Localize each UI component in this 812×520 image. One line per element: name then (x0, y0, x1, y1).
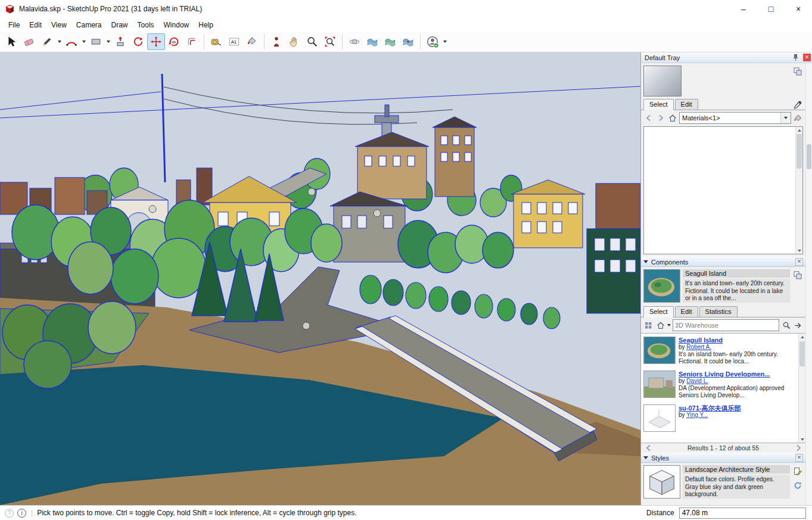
chevron-down-icon[interactable] (667, 324, 671, 326)
maximize-button[interactable]: □ (757, 0, 785, 18)
secondary-pane-icon[interactable] (792, 66, 803, 76)
style-edit-icon[interactable] (792, 466, 803, 476)
account-dropdown[interactable] (441, 33, 448, 50)
tool-eraser-button[interactable] (20, 33, 38, 50)
scrollbar-thumb[interactable] (799, 341, 805, 366)
materials-list-scrollbar[interactable] (795, 127, 802, 254)
tool-sandbox-from-scratch-button[interactable] (381, 33, 399, 50)
list-item[interactable]: Seniors Living Developmen... by David L.… (641, 368, 798, 401)
tool-select-button[interactable] (2, 33, 20, 50)
tool-zoom-extents-button[interactable] (321, 33, 339, 50)
scroll-up-icon[interactable] (799, 334, 805, 340)
menu-edit[interactable]: Edit (24, 19, 46, 31)
tool-rotate-button[interactable] (165, 33, 183, 50)
tool-orbit-button[interactable] (346, 33, 363, 50)
tool-rectangle-button[interactable] (87, 33, 105, 50)
tool-follow-me-button[interactable] (129, 33, 147, 50)
measurement-input[interactable] (679, 507, 806, 519)
secondary-pane-icon[interactable] (792, 270, 803, 280)
tool-zoom-button[interactable] (303, 33, 321, 50)
arc-dropdown[interactable] (80, 33, 87, 50)
scroll-down-icon[interactable] (796, 247, 802, 254)
list-item[interactable]: Seagull Island by Robert A. It's an isla… (641, 334, 798, 368)
menu-window[interactable]: Window (159, 19, 194, 31)
tool-offset-button[interactable] (183, 33, 201, 50)
components-section-header[interactable]: Components ✕ (641, 257, 805, 267)
result-author-link[interactable]: Ying Y... (686, 412, 708, 418)
menu-draw[interactable]: Draw (107, 19, 133, 31)
geolocation-help-icon[interactable]: ? (5, 509, 14, 518)
eyedropper-icon[interactable] (792, 99, 803, 110)
components-tab-statistics[interactable]: Statistics (699, 306, 738, 317)
result-thumbnail[interactable] (643, 370, 676, 398)
result-link[interactable]: Seniors Living Developmen... (679, 370, 797, 378)
scroll-down-icon[interactable] (799, 436, 805, 443)
rectangle-dropdown[interactable] (105, 33, 111, 50)
model-viewport[interactable] (0, 52, 640, 505)
result-author-link[interactable]: David L. (686, 378, 708, 384)
result-thumbnail[interactable] (643, 337, 676, 364)
materials-tab-edit[interactable]: Edit (675, 99, 698, 110)
tool-tape-measure-button[interactable] (207, 33, 225, 50)
scrollbar-thumb[interactable] (797, 134, 802, 169)
components-tab-select[interactable]: Select (643, 306, 674, 317)
minimize-button[interactable]: – (730, 0, 757, 18)
tool-move-button[interactable] (147, 33, 165, 50)
scroll-up-icon[interactable] (796, 127, 802, 133)
line-dropdown[interactable] (56, 33, 63, 50)
close-button[interactable]: × (785, 0, 812, 18)
home-icon[interactable] (667, 113, 677, 123)
results-next-icon[interactable] (793, 443, 803, 453)
tool-text-button[interactable]: A1 (225, 33, 243, 50)
gray-house[interactable] (330, 192, 407, 262)
list-item[interactable]: su-071-高尔夫俱乐部 by Ying Y... (641, 401, 798, 434)
materials-tab-select[interactable]: Select (643, 99, 674, 110)
info-icon[interactable]: i (17, 509, 26, 518)
component-preview-thumbnail[interactable] (643, 269, 680, 303)
search-icon[interactable] (781, 320, 791, 331)
pin-icon[interactable] (790, 52, 801, 63)
menu-view[interactable]: View (46, 19, 71, 31)
tool-push-pull-button[interactable] (111, 33, 129, 50)
results-scrollbar[interactable] (798, 334, 805, 443)
viewport-scene[interactable] (0, 52, 640, 505)
collapse-triangle-icon[interactable] (643, 456, 648, 459)
style-preview-thumbnail[interactable] (643, 465, 680, 499)
styles-close-icon[interactable]: ✕ (795, 454, 803, 462)
collapse-triangle-icon[interactable] (643, 260, 648, 263)
tool-arc-button[interactable] (63, 33, 80, 50)
tool-position-camera-button[interactable] (267, 33, 285, 50)
paint-bucket-small-icon[interactable] (793, 113, 803, 123)
result-thumbnail[interactable] (643, 404, 676, 432)
material-preview-thumbnail[interactable] (643, 66, 682, 96)
view-options-icon[interactable] (643, 320, 654, 331)
results-prev-icon[interactable] (643, 443, 654, 453)
menu-camera[interactable]: Camera (71, 19, 107, 31)
styles-section-header[interactable]: Styles ✕ (641, 453, 805, 463)
style-refresh-icon[interactable] (792, 480, 803, 490)
result-link[interactable]: su-071-高尔夫俱乐部 (679, 404, 797, 412)
menu-help[interactable]: Help (194, 19, 218, 31)
tool-sandbox-smoove-button[interactable] (399, 33, 417, 50)
tray-scrollbar-thumb[interactable] (807, 144, 811, 169)
tray-close-button[interactable]: ✕ (803, 54, 811, 61)
tool-paint-bucket-button[interactable] (243, 33, 261, 50)
menu-tools[interactable]: Tools (133, 19, 159, 31)
forward-icon[interactable] (655, 113, 665, 123)
link-arrow-icon[interactable] (793, 320, 803, 331)
result-link[interactable]: Seagull Island (679, 337, 797, 344)
account-button[interactable] (424, 33, 441, 50)
warehouse-search-input[interactable] (673, 319, 779, 331)
home-icon[interactable] (655, 320, 665, 331)
tool-pan-button[interactable] (285, 33, 303, 50)
tool-sandbox-from-contours-button[interactable] (363, 33, 381, 50)
materials-collection-dropdown[interactable]: Materials<1> (679, 112, 791, 124)
tray-scrollbar[interactable] (805, 63, 812, 505)
materials-list[interactable] (643, 126, 803, 254)
menu-file[interactable]: File (4, 19, 24, 31)
components-close-icon[interactable]: ✕ (795, 258, 803, 266)
tool-line-button[interactable] (38, 33, 56, 50)
result-author-link[interactable]: Robert A. (686, 344, 711, 350)
back-icon[interactable] (643, 113, 654, 123)
components-tab-edit[interactable]: Edit (675, 306, 698, 317)
